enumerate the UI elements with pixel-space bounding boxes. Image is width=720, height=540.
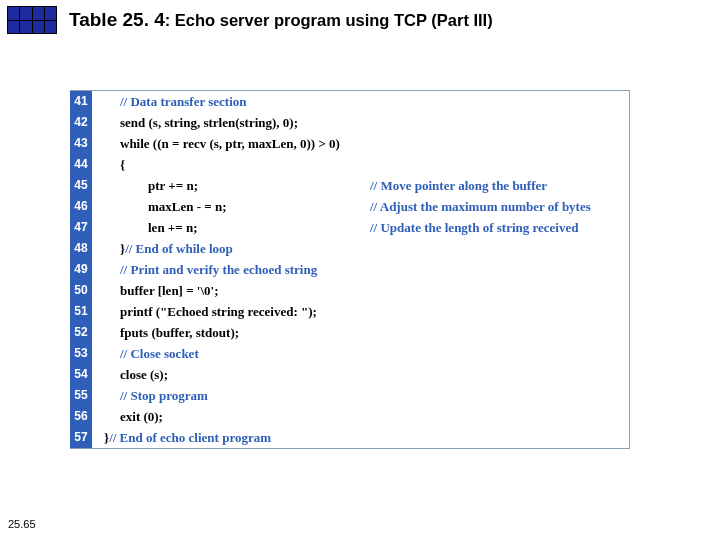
code-line: 43while ((n = recv (s, ptr, maxLen, 0)) … [70, 133, 629, 154]
line-number: 57 [70, 427, 92, 448]
code-text: ptr += n; [92, 178, 629, 194]
line-number: 49 [70, 259, 92, 280]
code-line: 50buffer [len] = '\0'; [70, 280, 629, 301]
line-number: 44 [70, 154, 92, 175]
line-number: 55 [70, 385, 92, 406]
code-text: } // End of echo client program [92, 430, 629, 446]
line-number: 41 [70, 91, 92, 112]
slide: Table 25. 4: Echo server program using T… [0, 0, 720, 540]
code-text: { [92, 157, 629, 173]
code-line: 51printf ("Echoed string received: "); [70, 301, 629, 322]
code-line: 53// Close socket [70, 343, 629, 364]
slide-title: Table 25. 4: Echo server program using T… [69, 9, 493, 31]
code-text: printf ("Echoed string received: "); [92, 304, 629, 320]
code-line: 47len += n;// Update the length of strin… [70, 217, 629, 238]
code-listing: 41// Data transfer section42send (s, str… [70, 90, 630, 449]
header: Table 25. 4: Echo server program using T… [7, 6, 493, 34]
line-number: 48 [70, 238, 92, 259]
code-line: 41// Data transfer section [70, 91, 629, 112]
page-number: 25.65 [8, 518, 36, 530]
inline-comment: // Update the length of string received [370, 220, 578, 236]
inline-comment: // Move pointer along the buffer [370, 178, 547, 194]
line-number: 54 [70, 364, 92, 385]
code-line: 57} // End of echo client program [70, 427, 629, 448]
code-text: exit (0); [92, 409, 629, 425]
code-text: send (s, string, strlen(string), 0); [92, 115, 629, 131]
line-number: 53 [70, 343, 92, 364]
line-number: 52 [70, 322, 92, 343]
inline-comment: // Adjust the maximum number of bytes [370, 199, 591, 215]
code-line: 45ptr += n;// Move pointer along the buf… [70, 175, 629, 196]
code-text: } // End of while loop [92, 241, 629, 257]
title-rest: : Echo server program using TCP (Part II… [165, 11, 493, 29]
code-text: close (s); [92, 367, 629, 383]
code-line: 46maxLen - = n;// Adjust the maximum num… [70, 196, 629, 217]
code-line: 55// Stop program [70, 385, 629, 406]
code-text: buffer [len] = '\0'; [92, 283, 629, 299]
code-line: 49// Print and verify the echoed string [70, 259, 629, 280]
line-number: 42 [70, 112, 92, 133]
line-number: 56 [70, 406, 92, 427]
line-number: 50 [70, 280, 92, 301]
code-text: fputs (buffer, stdout); [92, 325, 629, 341]
code-line: 42send (s, string, strlen(string), 0); [70, 112, 629, 133]
code-text: // Stop program [92, 388, 629, 404]
code-text: while ((n = recv (s, ptr, maxLen, 0)) > … [92, 136, 629, 152]
line-number: 47 [70, 217, 92, 238]
code-text: // Data transfer section [92, 94, 629, 110]
code-line: 54close (s); [70, 364, 629, 385]
line-number: 45 [70, 175, 92, 196]
line-number: 43 [70, 133, 92, 154]
title-table: Table 25. 4 [69, 9, 165, 30]
code-line: 44{ [70, 154, 629, 175]
code-line: 52fputs (buffer, stdout); [70, 322, 629, 343]
code-text: // Print and verify the echoed string [92, 262, 629, 278]
grid-icon [7, 6, 57, 34]
code-text: // Close socket [92, 346, 629, 362]
line-number: 46 [70, 196, 92, 217]
line-number: 51 [70, 301, 92, 322]
code-line: 56exit (0); [70, 406, 629, 427]
code-line: 48} // End of while loop [70, 238, 629, 259]
